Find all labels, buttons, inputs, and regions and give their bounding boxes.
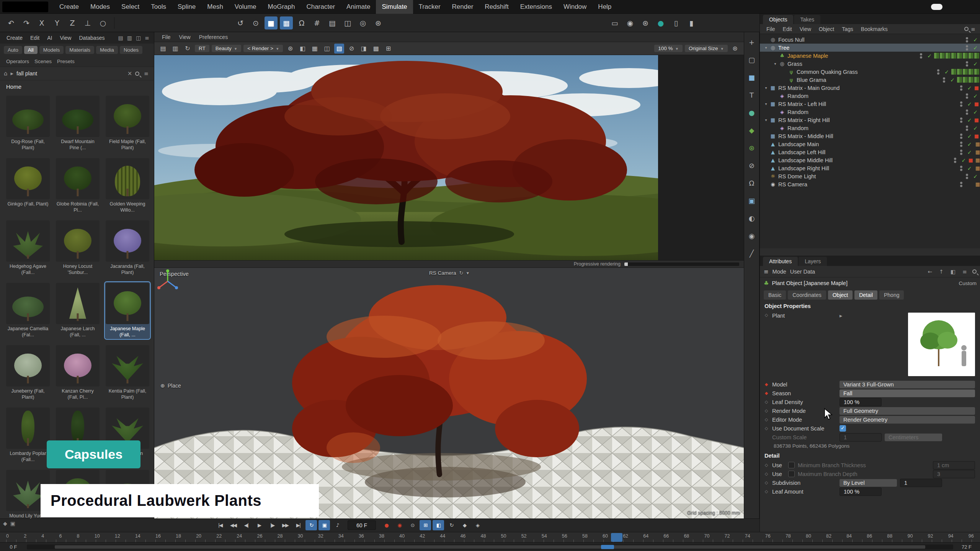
filter-chip[interactable]: Materials: [65, 46, 94, 54]
visibility-dots[interactable]: [962, 45, 972, 51]
snap-magnet-icon[interactable]: Ω: [746, 177, 758, 189]
enable-check-icon[interactable]: ✓: [966, 101, 973, 107]
object-tree-row[interactable]: ◎ Focus Null ✓: [760, 36, 980, 44]
asset-thumbnail[interactable]: Hedgehog Agave (Fall...: [5, 220, 51, 277]
timeline-ruler[interactable]: 0 2 4 6 8 10 12 14 16 18 20 22 24 26 28: [0, 532, 980, 542]
asset-menu-tab[interactable]: Databases: [75, 35, 108, 41]
menu-item[interactable]: Character: [301, 0, 341, 14]
object-name[interactable]: Blue Grama: [797, 77, 826, 83]
enable-check-icon[interactable]: ✓: [949, 77, 956, 83]
object-tags[interactable]: [974, 133, 980, 139]
enable-check-icon[interactable]: ✓: [972, 45, 979, 51]
tab-attributes[interactable]: Attributes: [763, 257, 798, 266]
object-name[interactable]: RS Matrix - Middle Hill: [778, 133, 833, 139]
settings-gear-icon[interactable]: ⊛: [372, 16, 385, 29]
goto-end-icon[interactable]: ▶|: [292, 520, 304, 530]
object-tags[interactable]: [974, 101, 980, 107]
menu-item[interactable]: Create: [54, 0, 85, 14]
text-tool-icon[interactable]: T: [746, 89, 758, 101]
record-position-icon[interactable]: ⊞: [420, 520, 431, 530]
object-tree-row[interactable]: ▦ RS Matrix - Middle Hill ✓: [760, 132, 980, 140]
filter-chip[interactable]: Auto: [4, 46, 22, 54]
asset-thumbnail[interactable]: Lombardy Poplar (Fall...: [5, 407, 51, 464]
section-tab[interactable]: Object: [828, 290, 853, 300]
object-tree-row[interactable]: ψ Blue Grama ✓: [760, 76, 980, 84]
use-checkbox[interactable]: [788, 471, 795, 477]
attribute-menu-icon[interactable]: ≡: [764, 268, 769, 275]
timeline-key-icon[interactable]: ◆: [3, 520, 7, 527]
size-dropdown[interactable]: Original Size: [685, 45, 728, 52]
object-tree-row[interactable]: ▾ ◎ Tree ✓: [760, 44, 980, 52]
workplane-icon[interactable]: ▣: [746, 194, 758, 207]
magnet-snap-icon[interactable]: Ω: [295, 16, 308, 29]
object-tree-row[interactable]: ♣ Japanese Maple ✓: [760, 52, 980, 60]
filter-icon[interactable]: ▩: [371, 44, 381, 54]
object-tree-row[interactable]: ▾ ▦ RS Matrix - Main Ground ✓: [760, 84, 980, 92]
object-tree-row[interactable]: ◈ Random ✓: [760, 92, 980, 100]
custom-scale-field[interactable]: 1: [840, 433, 882, 442]
range-scrollbar[interactable]: [27, 544, 953, 549]
object-search-icon[interactable]: [964, 27, 969, 31]
object-tree-row[interactable]: ▲ Landscape Left Hill ✓: [760, 148, 980, 156]
visibility-dots[interactable]: [957, 85, 966, 91]
loop-icon[interactable]: ↻: [305, 520, 317, 530]
snapshot-icon[interactable]: ⊞: [383, 44, 393, 54]
enable-check-icon[interactable]: ✓: [972, 93, 979, 99]
enable-check-icon[interactable]: ✓: [966, 133, 973, 139]
home-icon[interactable]: ⌂: [4, 70, 8, 77]
enable-check-icon[interactable]: ✓: [966, 141, 973, 147]
lock-icon[interactable]: ◧: [297, 44, 307, 54]
attribute-value[interactable]: Variant 3 Full-Grown: [840, 381, 975, 388]
visibility-dots[interactable]: [957, 101, 966, 107]
menu-item[interactable]: Animate: [341, 0, 376, 14]
record-parameter-icon[interactable]: ◆: [459, 520, 470, 530]
object-filter-icon[interactable]: ≡: [969, 26, 977, 32]
attribute-value[interactable]: Fall: [840, 390, 975, 397]
render-view-menu-item[interactable]: File: [158, 34, 175, 40]
enable-check-icon[interactable]: ✓: [972, 61, 979, 67]
expand-arrow-icon[interactable]: ▾: [763, 86, 769, 90]
object-tags[interactable]: [957, 77, 980, 83]
perspective-viewport[interactable]: Perspective RS Camera ↻ ▾ ⊕ Place Grid s…: [154, 268, 744, 518]
axis-gizmo[interactable]: [154, 268, 181, 295]
restrict-icon[interactable]: ⊘: [746, 159, 758, 171]
asset-thumbnail[interactable]: Kanzan Cherry (Fall, Pl...: [55, 344, 100, 401]
material-tags[interactable]: [934, 53, 980, 59]
asset-thumbnail[interactable]: Kentia Palm (Fall, Plant): [105, 344, 150, 401]
region-icon[interactable]: ▧: [334, 44, 344, 54]
workplane-icon[interactable]: ▤: [326, 16, 339, 29]
object-tree-row[interactable]: ψ Common Quaking Grass ✓: [760, 68, 980, 76]
object-name[interactable]: Random: [787, 93, 808, 99]
search-input[interactable]: [16, 70, 124, 77]
zoom-dropdown[interactable]: 100 %: [654, 45, 683, 52]
record-pla-icon[interactable]: ◈: [472, 520, 483, 530]
object-name[interactable]: Landscape Main: [778, 141, 819, 147]
keyframe-dot-icon[interactable]: ◆: [764, 382, 769, 387]
object-name[interactable]: Landscape Left Hill: [778, 149, 825, 155]
current-frame-field[interactable]: [348, 520, 376, 530]
asset-thumbnail[interactable]: Juneberry (Fall, Plant): [5, 344, 51, 401]
menu-item[interactable]: Modes: [85, 0, 116, 14]
visibility-dots[interactable]: [957, 134, 966, 139]
asset-menu-tab[interactable]: AI: [44, 35, 56, 41]
enable-check-icon[interactable]: ✓: [972, 109, 979, 115]
plant-expand-icon[interactable]: ▸: [840, 313, 842, 319]
pen-icon[interactable]: ╱: [746, 247, 758, 259]
object-tree-row[interactable]: ▾ ◎ Grass ✓: [760, 60, 980, 68]
menu-item[interactable]: Extensions: [514, 0, 558, 14]
plant-preview-image[interactable]: Japanese Maple (Acer palmatum): [908, 313, 975, 376]
keyframe-dot-icon[interactable]: ◇: [764, 417, 769, 422]
object-name[interactable]: Landscape Middle Hill: [778, 157, 833, 163]
pass-dropdown[interactable]: Beauty: [212, 45, 242, 52]
visibility-dots[interactable]: [934, 69, 943, 75]
clear-search-icon[interactable]: ×: [127, 70, 132, 77]
object-name[interactable]: Tree: [778, 45, 789, 51]
category-tab[interactable]: Operators: [6, 59, 29, 64]
enable-check-icon[interactable]: ✓: [966, 165, 973, 171]
navigate-icon[interactable]: +: [746, 36, 758, 48]
subdivision-mode-dropdown[interactable]: By Level: [840, 479, 897, 487]
render-view-icon[interactable]: ▭: [608, 16, 621, 29]
object-tree-row[interactable]: ▲ Landscape Main ✓: [760, 140, 980, 148]
camera-strip-icon[interactable]: ◉: [746, 230, 758, 242]
subdivision-value-field[interactable]: 1: [900, 479, 942, 487]
